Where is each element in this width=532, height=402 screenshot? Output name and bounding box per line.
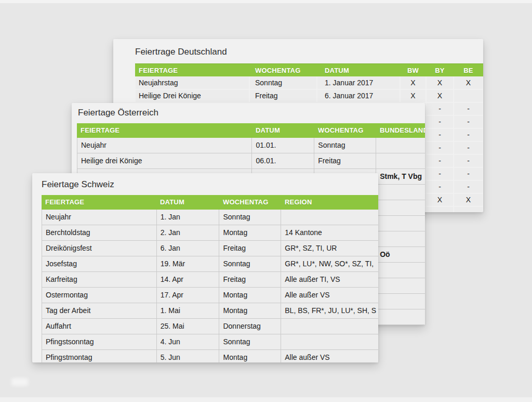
table-row: Neujahr 01.01. Sonntag <box>77 138 425 153</box>
cell-datum: 6. Jan <box>157 241 220 256</box>
table-row: Berchtoldstag 2. Jan Montag 14 Kantone <box>42 225 378 241</box>
table-row: Karfreitag 14. Apr Freitag Alle außer TI… <box>42 272 378 288</box>
cell-datum: 5. Jun <box>157 350 220 362</box>
cell-feiertag: Pfingstmontag <box>42 350 157 362</box>
cell-wochentag: Donnerstag <box>219 319 281 334</box>
cell-wochentag: Montag <box>219 225 281 240</box>
cell-bundesland <box>376 216 425 231</box>
card-title-deutschland: Feiertrage Deutschland <box>135 47 227 57</box>
cell-bundesland <box>376 294 425 309</box>
cell-wochentag: Sonntag <box>314 138 376 153</box>
cell-be <box>454 89 483 102</box>
cell-datum: 6. Januar 2017 <box>317 89 400 102</box>
cell-by: X <box>426 193 454 206</box>
cell-bundesland <box>376 200 425 215</box>
cell-region: Alle außer VS <box>281 288 378 303</box>
cell-region: Alle außer TI, VS <box>281 272 378 287</box>
table-row: Tag der Arbeit 1. Mai Montag BL, BS, FR*… <box>42 303 378 319</box>
cell-feiertag: Neujahr <box>77 138 252 153</box>
card-title-schweiz: Feiertage Schweiz <box>42 179 114 190</box>
page-top-edge <box>0 0 532 3</box>
table-row: Pfingstsonntag 4. Jun Sonntag <box>42 334 378 350</box>
cell-datum: 4. Jun <box>157 334 220 349</box>
cell-datum: 1. Mai <box>157 303 220 318</box>
cell-wochentag: Montag <box>219 288 281 303</box>
card-schweiz: Feiertage Schweiz FEIERTAGE DATUM WOCHEN… <box>32 173 378 362</box>
column-header-feiertage: FEIERTAGE <box>77 123 252 138</box>
faint-watermark <box>11 378 28 386</box>
table-row: Auffahrt 25. Mai Donnerstag <box>42 319 378 334</box>
cell-feiertag: Pfingstsonntag <box>42 334 157 349</box>
cell-wochentag: Freitag <box>219 272 281 287</box>
cell-wochentag: Freitag <box>249 89 317 102</box>
cell-by: X <box>426 76 454 89</box>
cell-by <box>426 206 454 212</box>
cell-datum: 17. Apr <box>157 288 220 303</box>
page-bottom-edge <box>0 397 532 402</box>
cell-datum: 1. Januar 2017 <box>317 76 400 89</box>
table-row: Pfingstmontag 5. Jun Montag Alle außer V… <box>42 350 378 362</box>
cell-bundesland <box>376 278 425 293</box>
cell-region <box>281 319 378 334</box>
cell-bundesland <box>376 185 425 200</box>
cell-feiertag: Neujahr <box>42 210 157 225</box>
cell-wochentag: Freitag <box>314 153 376 168</box>
cell-datum: 14. Apr <box>157 272 220 287</box>
cell-bundesland <box>376 263 425 278</box>
cell-by: - <box>426 115 454 128</box>
cell-be: - <box>454 141 483 154</box>
cell-bundesland: Oö <box>376 247 425 262</box>
cell-wochentag: Sonntag <box>219 334 281 349</box>
cell-datum: 25. Mai <box>157 319 220 334</box>
cell-region: 14 Kantone <box>281 225 378 240</box>
cell-by: X <box>426 89 454 102</box>
cell-be <box>454 206 483 212</box>
column-header-bw: BW <box>400 64 426 76</box>
cell-region: GR*, LU*, NW, SO*, SZ, TI, <box>281 256 378 271</box>
table-row: Ostermontag 17. Apr Montag Alle außer VS <box>42 288 378 303</box>
cell-wochentag: Sonntag <box>219 256 281 271</box>
cell-be: X <box>454 193 483 206</box>
column-header-datum: DATUM <box>252 123 314 138</box>
cell-region <box>281 334 378 349</box>
table-schweiz: FEIERTAGE DATUM WOCHENTAG REGION Neujahr… <box>42 195 378 362</box>
cell-feiertag: Tag der Arbeit <box>42 303 157 318</box>
column-header-by: BY <box>426 64 454 76</box>
cell-datum: 1. Jan <box>157 210 220 225</box>
cell-by: - <box>426 180 454 193</box>
cell-region <box>281 210 378 225</box>
cell-feiertag: Heilige Drei Könige <box>135 89 249 102</box>
cell-be: - <box>454 102 483 115</box>
table-header-oesterreich: FEIERTAGE DATUM WOCHENTAG BUNDESLAND <box>77 123 425 138</box>
cell-feiertag: Josefstag <box>42 256 157 271</box>
table-header-deutschland: FEIERTAGE WOCHENTAG DATUM BW BY BE <box>135 63 483 76</box>
column-header-feiertage: FEIERTAGE <box>42 195 156 210</box>
cell-feiertag: Berchtoldstag <box>42 225 157 240</box>
cell-datum: 2. Jan <box>157 225 220 240</box>
cell-feiertag: Karfreitag <box>42 272 157 287</box>
cell-datum: 01.01. <box>252 138 314 153</box>
cell-wochentag: Freitag <box>219 241 281 256</box>
cell-by: - <box>426 154 454 167</box>
cell-be: - <box>454 128 483 141</box>
cell-wochentag: Montag <box>219 303 281 318</box>
cell-bundesland <box>376 231 425 247</box>
cell-feiertag: Ostermontag <box>42 288 157 303</box>
cell-datum: 06.01. <box>252 153 314 168</box>
cell-be: - <box>454 154 483 167</box>
cell-feiertag: Neujahrstag <box>135 76 249 89</box>
cell-region: BL, BS, FR*, JU, LU*, SH, S <box>281 303 378 318</box>
column-header-datum: DATUM <box>317 64 400 76</box>
table-body-schweiz: Neujahr 1. Jan Sonntag Berchtoldstag 2. … <box>42 210 378 362</box>
cell-by: - <box>426 102 454 115</box>
cell-bw: X <box>400 89 426 102</box>
column-header-be: BE <box>454 64 483 76</box>
column-header-datum: DATUM <box>156 195 219 210</box>
cell-feiertag: Dreikönigsfest <box>42 241 157 256</box>
cell-wochentag: Sonntag <box>249 76 317 89</box>
table-row: Heilige Drei Könige Freitag 6. Januar 20… <box>135 89 483 102</box>
table-row: Neujahr 1. Jan Sonntag <box>42 210 378 225</box>
column-header-wochentag: WOCHENTAG <box>249 64 317 76</box>
column-header-region: REGION <box>281 195 378 210</box>
table-row: Dreikönigsfest 6. Jan Freitag GR*, SZ, T… <box>42 241 378 256</box>
